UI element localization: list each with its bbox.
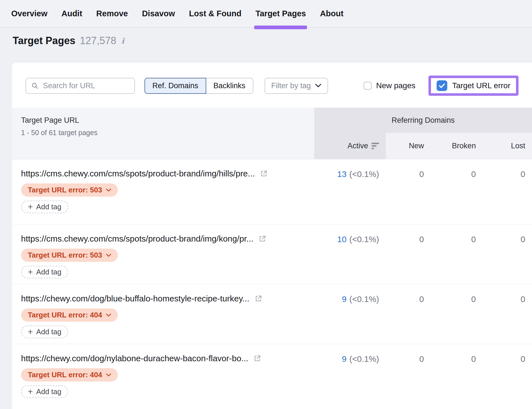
url-column-header-cell: Target Page URL 1 - 50 of 61 target page…: [12, 108, 314, 159]
title-row: Target Pages 127,578 i: [13, 34, 532, 47]
table-row: https://cms.chewy.com/cms/spots/product-…: [12, 159, 532, 224]
add-tag-button[interactable]: + Add tag: [21, 326, 68, 338]
plus-icon: +: [28, 387, 33, 396]
nav-tab[interactable]: About: [320, 0, 343, 27]
external-link-icon[interactable]: [254, 295, 262, 303]
table-header: Target Page URL 1 - 50 of 61 target page…: [12, 108, 532, 159]
target-page-url[interactable]: https://cms.chewy.com/cms/spots/product-…: [21, 169, 255, 178]
target-page-url[interactable]: https://cms.chewy.com/cms/spots/product-…: [21, 234, 253, 244]
checkmark-icon: [439, 83, 445, 88]
column-header-new[interactable]: New: [386, 133, 431, 159]
active-percent: (<0.1%): [349, 235, 379, 244]
row-url-cell: https://chewy.com/dog/nylabone-durachew-…: [12, 344, 314, 404]
table-row: https://chewy.com/dog/nylabone-durachew-…: [12, 344, 532, 404]
add-tag-label: Add tag: [36, 268, 61, 276]
active-cell: 13 (<0.1%): [314, 159, 386, 179]
add-tag-button[interactable]: + Add tag: [21, 385, 68, 398]
annotation-highlight-box: Target URL error: [428, 76, 519, 96]
view-toggle: Ref. Domains Backlinks: [145, 78, 253, 94]
active-count-link[interactable]: 9: [342, 354, 347, 364]
search-icon: [31, 82, 38, 89]
search-input[interactable]: [42, 81, 129, 90]
toolbar-right-group: New pages Target URL error: [364, 76, 519, 96]
new-cell: 0: [386, 284, 431, 304]
table-row: https://chewy.com/dog/blue-buffalo-homes…: [12, 284, 532, 344]
column-header-active-label: Active: [347, 142, 368, 150]
column-header-broken[interactable]: Broken: [431, 133, 483, 159]
chevron-down-icon: [106, 188, 111, 192]
add-tag-button[interactable]: + Add tag: [21, 266, 68, 278]
row-metrics: 10 (<0.1%) 0 0 0: [314, 224, 532, 284]
target-url-error-badge-label: Target URL error: 404: [28, 311, 102, 319]
row-url-cell: https://chewy.com/dog/blue-buffalo-homes…: [12, 284, 314, 344]
active-count-link[interactable]: 10: [337, 235, 347, 244]
nav-tab[interactable]: Remove: [96, 0, 128, 27]
broken-cell: 0: [431, 224, 483, 244]
broken-cell: 0: [431, 344, 483, 364]
new-pages-checkbox[interactable]: [364, 82, 372, 90]
url-column-title: Target Page URL: [21, 116, 305, 125]
target-url-error-badge[interactable]: Target URL error: 503: [21, 249, 118, 262]
column-header-active[interactable]: Active: [314, 133, 386, 159]
search-box: [26, 78, 135, 94]
chevron-down-icon: [315, 84, 321, 88]
chevron-down-icon: [106, 313, 111, 317]
info-icon[interactable]: i: [121, 37, 124, 45]
active-percent: (<0.1%): [349, 169, 379, 179]
plus-icon: +: [28, 268, 33, 276]
external-link-icon[interactable]: [260, 170, 268, 178]
new-cell: 0: [386, 224, 431, 244]
column-header-lost[interactable]: Lost: [483, 133, 532, 159]
row-metrics: 9 (<0.1%) 0 0 0: [314, 284, 532, 344]
page-title: Target Pages: [13, 35, 75, 47]
row-metrics: 9 (<0.1%) 0 0 0: [314, 344, 532, 404]
target-url-error-badge-label: Target URL error: 503: [28, 186, 102, 194]
target-url-error-badge[interactable]: Target URL error: 404: [21, 308, 118, 322]
nav-tab-label: Disavow: [142, 9, 175, 18]
nav-tab[interactable]: Target Pages: [255, 0, 306, 27]
toolbar: Ref. Domains Backlinks Filter by tag New…: [12, 75, 532, 96]
pagination-text: 1 - 50 of 61 target pages: [21, 129, 305, 137]
nav-tab-label: About: [320, 9, 343, 18]
nav-tab-label: Overview: [11, 9, 47, 18]
target-url-error-badge[interactable]: Target URL error: 503: [21, 183, 118, 197]
active-cell: 10 (<0.1%): [314, 224, 386, 244]
plus-icon: +: [28, 328, 33, 336]
nav-tab[interactable]: Lost & Found: [189, 0, 242, 27]
top-nav: Overview Audit Remove Disavow Lost & Fou…: [0, 0, 532, 28]
filter-by-tag-dropdown[interactable]: Filter by tag: [265, 78, 328, 94]
ref-domains-button[interactable]: Ref. Domains: [145, 78, 206, 94]
new-pages-toggle[interactable]: New pages: [364, 81, 415, 90]
target-url-error-checkbox[interactable]: [437, 80, 447, 91]
active-count-link[interactable]: 13: [337, 169, 347, 179]
target-page-url[interactable]: https://chewy.com/dog/nylabone-durachew-…: [21, 354, 248, 363]
add-tag-label: Add tag: [36, 328, 61, 336]
content-card: Ref. Domains Backlinks Filter by tag New…: [12, 63, 532, 409]
external-link-icon[interactable]: [253, 355, 261, 362]
add-tag-button[interactable]: + Add tag: [21, 201, 68, 213]
nav-tab[interactable]: Audit: [61, 0, 82, 27]
active-cell: 9 (<0.1%): [314, 344, 386, 364]
backlinks-button[interactable]: Backlinks: [206, 78, 253, 94]
target-url-error-toggle[interactable]: Target URL error: [437, 80, 510, 91]
target-url-error-badge-label: Target URL error: 503: [28, 251, 102, 260]
chevron-down-icon: [106, 373, 111, 377]
row-metrics: 13 (<0.1%) 0 0 0: [314, 159, 532, 224]
active-cell: 9 (<0.1%): [314, 284, 386, 304]
sort-descending-icon: [372, 143, 379, 149]
external-link-icon[interactable]: [258, 235, 266, 243]
target-url-error-badge[interactable]: Target URL error: 404: [21, 368, 118, 381]
target-url-error-badge-label: Target URL error: 404: [28, 371, 102, 379]
nav-tab-label: Remove: [96, 9, 128, 18]
page-count: 127,578: [80, 35, 116, 47]
target-page-url[interactable]: https://chewy.com/dog/blue-buffalo-homes…: [21, 294, 249, 303]
lost-cell: 0: [483, 344, 532, 364]
active-count-link[interactable]: 9: [342, 294, 347, 304]
nav-tab[interactable]: Overview: [11, 0, 47, 27]
nav-tab[interactable]: Disavow: [142, 0, 175, 27]
nav-tab-label: Audit: [61, 9, 82, 18]
table-row: https://cms.chewy.com/cms/spots/product-…: [12, 224, 532, 284]
target-url-error-label: Target URL error: [452, 81, 510, 90]
lost-cell: 0: [483, 159, 532, 179]
plus-icon: +: [28, 203, 33, 211]
